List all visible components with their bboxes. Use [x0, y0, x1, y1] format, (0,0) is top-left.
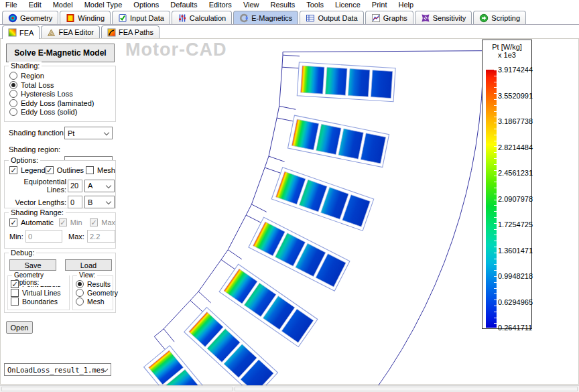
tab-output-data[interactable]: Output Data: [300, 11, 363, 24]
legend-checkbox-label: Legend: [21, 166, 46, 174]
solve-emagnetic-model-button[interactable]: Solve E-Magnetic Model: [6, 44, 115, 62]
slot-conductor: [348, 69, 370, 97]
legend-checkbox[interactable]: [9, 166, 17, 174]
radio-button[interactable]: [76, 280, 84, 288]
tab-fea-editor[interactable]: FEA Editor: [41, 25, 100, 38]
equipotential-lines-input[interactable]: [68, 180, 82, 192]
debug-group-label: Debug:: [9, 249, 36, 257]
radio-button[interactable]: [9, 81, 17, 89]
tab-geometry[interactable]: Geometry: [2, 11, 58, 24]
geometry-option-virtual-lines[interactable]: Virtual Lines: [11, 289, 69, 297]
mesh-checkbox[interactable]: [86, 166, 94, 174]
shading-option-hysteresis-loss[interactable]: Hysteresis Loss: [9, 90, 115, 98]
tab-label: Calculation: [190, 14, 226, 22]
geometry-option-boundaries[interactable]: Boundaries: [11, 298, 69, 306]
chevron-down-icon: [104, 130, 109, 135]
vector-lengths-label: Vector Lengths:: [5, 198, 66, 206]
menu-item-tools[interactable]: Tools: [306, 1, 324, 9]
debug-group: Debug: Save Load Geometry Options: Point…: [4, 253, 116, 313]
shading-option-label: Eddy Loss (solid): [21, 108, 77, 116]
tab-winding[interactable]: Winding: [60, 11, 111, 24]
checkbox[interactable]: [11, 280, 19, 288]
shading-option-label: Total Loss: [21, 81, 54, 89]
equipotential-select-a[interactable]: A: [84, 180, 115, 192]
result-file-value: OnLoadLoss_result_1.mes: [7, 366, 105, 374]
input-data-icon: [118, 13, 127, 23]
slot-conductor: [316, 124, 341, 154]
calculation-icon: [178, 13, 187, 23]
radio-button[interactable]: [9, 108, 17, 116]
min-checkbox[interactable]: [59, 218, 67, 226]
checkbox[interactable]: [11, 298, 19, 306]
open-button[interactable]: Open: [6, 321, 33, 334]
tab-e-magnetics[interactable]: E-Magnetics: [233, 11, 298, 24]
max-checkbox[interactable]: [90, 218, 98, 226]
tab-scripting[interactable]: Scripting: [473, 11, 526, 24]
min-value-label: Min:: [9, 233, 25, 241]
fea-page: Motor-CAD Solve E-Magnetic Model Shading…: [0, 38, 579, 385]
tab-label: E-Magnetics: [251, 14, 292, 22]
vector-lengths-input[interactable]: [68, 196, 82, 208]
shading-option-eddy-loss-laminated[interactable]: Eddy Loss (laminated): [9, 99, 115, 107]
automatic-checkbox[interactable]: [9, 218, 17, 226]
menu-item-options[interactable]: Options: [133, 1, 159, 9]
shading-range-group-label: Shading Range:: [9, 208, 66, 216]
menu-item-print[interactable]: Print: [372, 1, 387, 9]
shading-range-group: Shading Range: Automatic Min Max Min: Ma…: [4, 212, 116, 249]
debug-load-button[interactable]: Load: [65, 259, 112, 271]
options-group-label: Options:: [9, 156, 40, 164]
menu-item-editors[interactable]: Editors: [209, 1, 232, 9]
menu-item-defaults[interactable]: Defaults: [170, 1, 197, 9]
tab-graphs[interactable]: Graphs: [365, 11, 413, 24]
geometry-options-group: Geometry Options: Point LabelsVirtual Li…: [7, 275, 70, 310]
radio-button[interactable]: [9, 72, 17, 80]
shading-group: Shading: RegionTotal LossHysteresis Loss…: [4, 66, 116, 122]
shading-function-select[interactable]: Pt: [64, 127, 113, 139]
view-option-geometry[interactable]: Geometry: [76, 289, 113, 297]
shading-option-eddy-loss-solid[interactable]: Eddy Loss (solid): [9, 108, 115, 116]
slot-conductor: [338, 129, 363, 159]
menu-item-edit[interactable]: Edit: [29, 1, 42, 9]
radio-button[interactable]: [9, 90, 17, 98]
max-value-input[interactable]: [87, 230, 115, 243]
tab-label: FEA: [19, 29, 34, 37]
tab-calculation[interactable]: Calculation: [172, 11, 232, 24]
tab-label: Scripting: [491, 14, 520, 22]
slot-conductor: [361, 133, 385, 164]
max-checkbox-label: Max: [101, 218, 115, 226]
radio-button[interactable]: [9, 99, 17, 107]
checkbox[interactable]: [11, 289, 19, 297]
view-option-mesh[interactable]: Mesh: [76, 298, 113, 306]
min-value-input[interactable]: [25, 230, 62, 243]
legend-tick-marks: [494, 70, 497, 328]
vector-select-b[interactable]: B: [84, 196, 115, 208]
legend-value: 0.6294965: [498, 298, 533, 307]
menu-item-licence[interactable]: Licence: [335, 1, 361, 9]
debug-save-button[interactable]: Save: [9, 259, 56, 271]
result-file-select[interactable]: OnLoadLoss_result_1.mes: [4, 363, 111, 376]
shading-option-label: Region: [21, 72, 44, 80]
menu-item-model[interactable]: Model: [53, 1, 73, 9]
emagnetics-icon: [239, 13, 249, 23]
equipotential-select-a-value: A: [88, 182, 92, 190]
tab-fea[interactable]: FEA: [2, 25, 40, 39]
menu-item-help[interactable]: Help: [398, 1, 413, 9]
shading-region-label: Shading region:: [9, 145, 60, 153]
shading-option-total-loss[interactable]: Total Loss: [9, 81, 115, 89]
radio-button[interactable]: [76, 289, 84, 297]
tab-sensitivity[interactable]: Sensitivity: [415, 11, 472, 24]
view-option-results[interactable]: Results: [76, 280, 113, 288]
tab-label: Graphs: [383, 14, 407, 22]
shading-option-region[interactable]: Region: [9, 72, 115, 80]
tab-fea-paths[interactable]: FEA Paths: [101, 25, 159, 38]
slot-conductor: [292, 119, 318, 150]
menu-item-file[interactable]: File: [5, 1, 17, 9]
menu-item-model-type[interactable]: Model Type: [84, 1, 123, 9]
view-option-label: Mesh: [87, 298, 105, 306]
tab-input-data[interactable]: Input Data: [112, 11, 170, 24]
menu-item-view[interactable]: View: [243, 1, 259, 9]
fea-icon: [8, 28, 17, 37]
menu-item-results[interactable]: Results: [271, 1, 296, 9]
radio-button[interactable]: [76, 298, 84, 306]
outlines-checkbox[interactable]: [46, 166, 54, 174]
